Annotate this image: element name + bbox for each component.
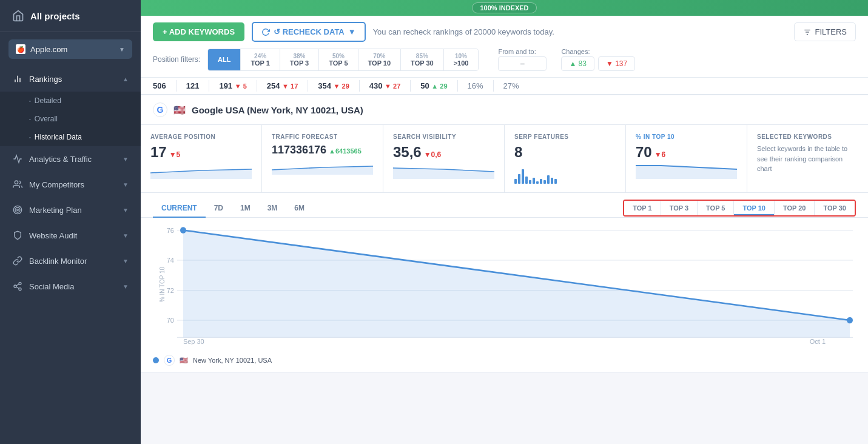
metric-serp: SERP FEATURES 8	[505, 125, 626, 192]
shield-icon	[12, 230, 23, 241]
visibility-value: 35,6 ▼0,6	[393, 144, 494, 161]
backlinks-label: Backlink Monitor	[29, 257, 116, 266]
traffic-label: TRAFFIC FORECAST	[272, 133, 373, 140]
recheck-button[interactable]: ↺ RECHECK DATA ▼	[252, 22, 366, 42]
domain-name: Apple.com	[30, 45, 67, 54]
stat-191: 191 ▼ 5	[219, 80, 257, 92]
filters-button[interactable]: FILTERS	[794, 22, 856, 41]
svg-point-31	[180, 227, 186, 234]
stat-16pct: 16%	[468, 80, 494, 92]
filter-btn-all[interactable]: ALL	[208, 49, 241, 70]
changes-up-button[interactable]: ▲ 83	[561, 56, 594, 71]
visibility-chart	[393, 161, 494, 179]
location-header: G 🇺🇸 Google USA (New York, NY 10021, USA…	[141, 95, 868, 125]
sidebar-item-historical[interactable]: Historical Data	[0, 128, 141, 146]
svg-point-3	[15, 181, 18, 184]
chart-filter-top5[interactable]: TOP 5	[698, 201, 734, 215]
svg-point-9	[19, 288, 21, 291]
chart-filter-top30[interactable]: TOP 30	[815, 201, 855, 215]
chart-legend: G 🇺🇸 New York, NY 10021, USA	[141, 351, 868, 372]
metric-pct-top10: % IN TOP 10 70 ▼6	[626, 125, 747, 192]
svg-point-6	[17, 209, 19, 211]
sidebar-item-marketing[interactable]: Marketing Plan ▼	[0, 197, 141, 223]
serp-bar	[525, 177, 528, 184]
stat-27pct: 27%	[503, 80, 519, 92]
serp-bar	[522, 169, 524, 184]
pct-top10-value: 70 ▼6	[636, 144, 737, 161]
changes-label: Changes:	[561, 48, 635, 55]
content-area: G 🇺🇸 Google USA (New York, NY 10021, USA…	[141, 95, 868, 444]
metric-visibility: SEARCH VISIBILITY 35,6 ▼0,6	[383, 125, 505, 192]
filter-btn-top10[interactable]: 70%TOP 10	[358, 49, 402, 70]
svg-point-32	[847, 317, 853, 324]
avg-position-delta: ▼5	[169, 150, 181, 159]
chart-tab-3m[interactable]: 3M	[259, 199, 286, 217]
stat-50: 50 ▲ 29	[420, 80, 457, 92]
traffic-chart	[272, 156, 373, 175]
serp-bar	[529, 180, 531, 184]
svg-point-5	[15, 207, 20, 212]
stat-430: 430 ▼ 27	[369, 80, 411, 92]
serp-bar	[554, 179, 557, 184]
stat-506: 506	[153, 80, 177, 92]
sidebar-item-detailed[interactable]: Detailed	[0, 92, 141, 110]
svg-line-10	[16, 287, 19, 289]
svg-text:72: 72	[167, 286, 174, 294]
chart-tab-7d[interactable]: 7D	[206, 199, 232, 217]
metric-cards: AVERAGE POSITION 17 ▼5 TRAFFIC FORECAST …	[141, 125, 868, 193]
top-bar: 100% INDEXED + ADD KEYWORDS ↺ RECHECK DA…	[141, 0, 868, 95]
serp-label: SERP FEATURES	[514, 133, 616, 140]
sidebar-item-backlinks[interactable]: Backlink Monitor ▼	[0, 248, 141, 274]
sidebar-item-competitors[interactable]: My Competitors ▼	[0, 172, 141, 197]
serp-value: 8	[514, 144, 616, 161]
chevron-down-icon: ▼	[119, 46, 125, 53]
serp-bar	[551, 178, 553, 184]
svg-marker-16	[272, 166, 373, 175]
bar-chart-icon	[12, 73, 23, 84]
analytics-label: Analytics & Traffic	[29, 155, 116, 164]
domain-selector[interactable]: 🍎 Apple.com ▼	[8, 39, 132, 59]
metric-selected-kw: SELECTED KEYWORDS Select keywords in the…	[747, 125, 868, 192]
chart-y-label: % IN TOP 10	[159, 267, 166, 302]
add-keywords-button[interactable]: + ADD KEYWORDS	[153, 22, 244, 41]
link-icon	[12, 255, 23, 266]
changes-down-button[interactable]: ▼ 137	[598, 56, 635, 71]
metric-avg-position: AVERAGE POSITION 17 ▼5	[141, 125, 262, 192]
sidebar-item-audit[interactable]: Website Audit ▼	[0, 223, 141, 248]
metric-traffic: TRAFFIC FORECAST 117336176 ▲6413565	[262, 125, 383, 192]
from-to-input[interactable]	[498, 56, 547, 71]
chart-filter-top3[interactable]: TOP 3	[661, 201, 698, 215]
sidebar-item-analytics[interactable]: Analytics & Traffic ▼	[0, 146, 141, 172]
toolbar: + ADD KEYWORDS ↺ RECHECK DATA ▼ You can …	[141, 16, 868, 48]
chart-filter-top20[interactable]: TOP 20	[775, 201, 815, 215]
svg-point-8	[14, 285, 16, 288]
filter-icon	[803, 28, 812, 36]
sidebar-item-overall[interactable]: Overall	[0, 110, 141, 128]
legend-flag: 🇺🇸	[180, 357, 188, 365]
filter-btn-gt100[interactable]: 10%>100	[444, 49, 479, 70]
filter-btn-top5[interactable]: 50%TOP 5	[319, 49, 358, 70]
filter-btn-top1[interactable]: 24%TOP 1	[241, 49, 280, 70]
audit-label: Website Audit	[29, 231, 116, 240]
location-text: Google USA (New York, NY 10021, USA)	[192, 105, 363, 115]
app-logo: All projects	[0, 0, 141, 32]
svg-marker-17	[393, 168, 494, 179]
rankings-submenu: Detailed Overall Historical Data	[0, 92, 141, 146]
chart-tab-1m[interactable]: 1M	[232, 199, 259, 217]
legend-location: New York, NY 10021, USA	[193, 357, 272, 364]
chart-tab-6m[interactable]: 6M	[286, 199, 313, 217]
chart-tab-current[interactable]: CURRENT	[153, 199, 206, 217]
recheck-chevron-icon: ▼	[348, 27, 356, 36]
activity-icon	[12, 153, 23, 164]
filter-btn-top30[interactable]: 85%TOP 30	[401, 49, 444, 70]
filter-btn-top3[interactable]: 38%TOP 3	[280, 49, 319, 70]
sidebar-item-rankings[interactable]: Rankings ▲	[0, 66, 141, 92]
google-icon: G	[153, 103, 167, 117]
stats-row: 506 121 191 ▼ 5 254 ▼ 17 354 ▼ 29 430 ▼ …	[141, 78, 868, 95]
main-chart-svg: 76 74 72 70 Sep 30 Oct 1	[153, 224, 856, 345]
legend-google-icon: G	[164, 355, 175, 366]
sidebar-item-social[interactable]: Social Media ▼	[0, 274, 141, 299]
visibility-delta: ▼0,6	[424, 150, 442, 159]
chart-filter-top1[interactable]: TOP 1	[624, 201, 661, 215]
chart-filter-top10[interactable]: TOP 10	[734, 201, 775, 215]
